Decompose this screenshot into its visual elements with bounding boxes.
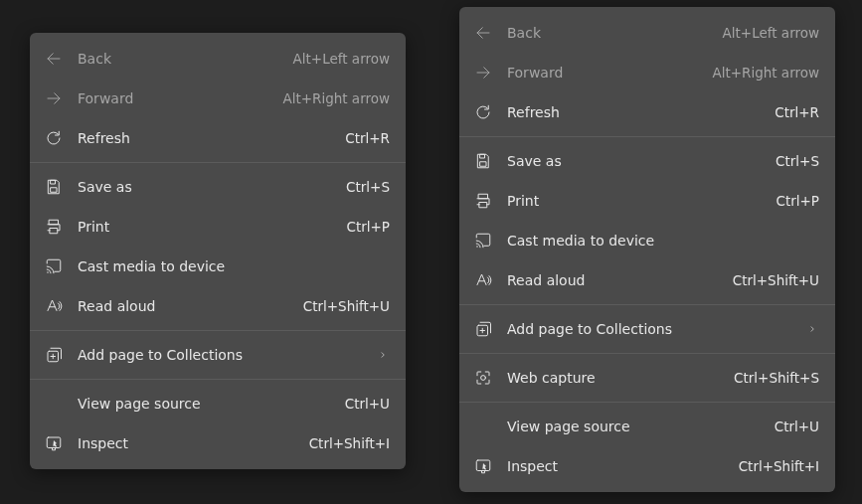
refresh-item[interactable]: RefreshCtrl+R bbox=[30, 118, 406, 158]
menu-separator bbox=[30, 162, 406, 163]
forward-item: ForwardAlt+Right arrow bbox=[30, 79, 406, 118]
arrow-left-icon bbox=[473, 23, 493, 43]
print-item[interactable]: PrintCtrl+P bbox=[459, 181, 835, 221]
arrow-right-icon bbox=[473, 63, 493, 83]
svg-point-6 bbox=[47, 271, 49, 273]
menu-item-shortcut: Ctrl+U bbox=[775, 419, 819, 434]
chevron-right-icon bbox=[805, 322, 819, 336]
menu-item-label: Cast media to device bbox=[78, 258, 390, 274]
print-item[interactable]: PrintCtrl+P bbox=[30, 207, 406, 247]
menu-item-label: Cast media to device bbox=[507, 233, 819, 249]
inspect-icon bbox=[473, 456, 493, 476]
no-icon bbox=[473, 417, 493, 436]
back-item: BackAlt+Left arrow bbox=[459, 13, 835, 53]
refresh-icon bbox=[44, 128, 64, 148]
context-menu: BackAlt+Left arrowForwardAlt+Right arrow… bbox=[459, 7, 835, 492]
forward-item: ForwardAlt+Right arrow bbox=[459, 53, 835, 92]
view-source-item[interactable]: View page sourceCtrl+U bbox=[459, 407, 835, 446]
menu-item-label: Save as bbox=[507, 153, 756, 169]
refresh-icon bbox=[473, 102, 493, 122]
cast-item[interactable]: Cast media to device bbox=[459, 221, 835, 260]
menu-separator bbox=[459, 136, 835, 137]
menu-item-label: Forward bbox=[78, 90, 262, 106]
add-collections-item[interactable]: Add page to Collections bbox=[459, 309, 835, 349]
menu-item-shortcut: Ctrl+Shift+I bbox=[739, 458, 819, 474]
svg-point-23 bbox=[481, 376, 486, 381]
svg-rect-3 bbox=[51, 188, 57, 193]
cast-icon bbox=[44, 256, 64, 276]
save-as-item[interactable]: Save asCtrl+S bbox=[459, 141, 835, 181]
svg-rect-15 bbox=[480, 162, 486, 167]
menu-item-label: Refresh bbox=[78, 130, 325, 146]
menu-item-shortcut: Alt+Right arrow bbox=[282, 90, 390, 106]
menu-item-shortcut: Alt+Left arrow bbox=[293, 51, 390, 67]
menu-item-label: Print bbox=[507, 193, 757, 209]
menu-item-label: View page source bbox=[507, 419, 755, 434]
chevron-right-icon bbox=[376, 348, 390, 362]
menu-item-shortcut: Ctrl+R bbox=[775, 104, 819, 120]
inspect-item[interactable]: InspectCtrl+Shift+I bbox=[30, 423, 406, 463]
menu-separator bbox=[459, 353, 835, 354]
collections-icon bbox=[473, 319, 493, 339]
print-icon bbox=[473, 191, 493, 211]
menu-item-shortcut: Ctrl+Shift+I bbox=[309, 435, 390, 451]
read-aloud-icon bbox=[473, 270, 493, 290]
menu-item-label: Read aloud bbox=[78, 298, 283, 314]
svg-rect-17 bbox=[479, 203, 487, 208]
menu-item-shortcut: Ctrl+U bbox=[345, 396, 390, 412]
svg-rect-16 bbox=[479, 194, 488, 199]
back-item: BackAlt+Left arrow bbox=[30, 39, 406, 79]
menu-separator bbox=[459, 402, 835, 403]
svg-rect-2 bbox=[51, 180, 56, 184]
print-icon bbox=[44, 217, 64, 237]
svg-rect-5 bbox=[50, 229, 58, 234]
menu-item-label: Add page to Collections bbox=[78, 347, 356, 363]
read-aloud-item[interactable]: Read aloudCtrl+Shift+U bbox=[459, 260, 835, 300]
menu-item-shortcut: Ctrl+S bbox=[346, 179, 390, 195]
svg-rect-4 bbox=[50, 220, 59, 225]
menu-item-label: Add page to Collections bbox=[507, 321, 785, 337]
menu-item-shortcut: Alt+Left arrow bbox=[723, 25, 819, 41]
menu-item-shortcut: Ctrl+R bbox=[345, 130, 390, 146]
menu-item-label: Refresh bbox=[507, 104, 755, 120]
menu-separator bbox=[30, 330, 406, 331]
save-as-item[interactable]: Save asCtrl+S bbox=[30, 167, 406, 207]
cast-item[interactable]: Cast media to device bbox=[30, 247, 406, 286]
menu-item-label: Forward bbox=[507, 65, 692, 81]
menu-item-label: Read aloud bbox=[507, 272, 713, 288]
web-capture-item[interactable]: Web captureCtrl+Shift+S bbox=[459, 358, 835, 398]
menu-item-shortcut: Ctrl+Shift+S bbox=[734, 370, 819, 386]
collections-icon bbox=[44, 345, 64, 365]
save-as-icon bbox=[473, 151, 493, 171]
menu-item-shortcut: Ctrl+Shift+U bbox=[303, 298, 390, 314]
web-capture-icon bbox=[473, 368, 493, 388]
save-as-icon bbox=[44, 177, 64, 197]
menu-item-label: Inspect bbox=[78, 435, 289, 451]
arrow-left-icon bbox=[44, 49, 64, 69]
menu-item-shortcut: Ctrl+Shift+U bbox=[733, 272, 819, 288]
read-aloud-icon bbox=[44, 296, 64, 316]
add-collections-item[interactable]: Add page to Collections bbox=[30, 335, 406, 375]
menu-item-label: Save as bbox=[78, 179, 326, 195]
svg-point-18 bbox=[476, 246, 478, 248]
arrow-right-icon bbox=[44, 88, 64, 108]
menu-item-label: Back bbox=[507, 25, 703, 41]
inspect-item[interactable]: InspectCtrl+Shift+I bbox=[459, 446, 835, 486]
no-icon bbox=[44, 394, 64, 414]
cast-icon bbox=[473, 231, 493, 251]
menu-item-label: View page source bbox=[78, 396, 325, 412]
menu-item-shortcut: Alt+Right arrow bbox=[712, 65, 819, 81]
context-menu: BackAlt+Left arrowForwardAlt+Right arrow… bbox=[30, 33, 406, 469]
read-aloud-item[interactable]: Read aloudCtrl+Shift+U bbox=[30, 286, 406, 326]
view-source-item[interactable]: View page sourceCtrl+U bbox=[30, 384, 406, 423]
menu-item-shortcut: Ctrl+P bbox=[347, 219, 390, 235]
menu-separator bbox=[30, 379, 406, 380]
menu-separator bbox=[459, 304, 835, 305]
refresh-item[interactable]: RefreshCtrl+R bbox=[459, 92, 835, 132]
menu-item-shortcut: Ctrl+S bbox=[776, 153, 819, 169]
inspect-icon bbox=[44, 433, 64, 453]
menu-item-label: Inspect bbox=[507, 458, 719, 474]
menu-item-label: Web capture bbox=[507, 370, 714, 386]
menu-item-label: Back bbox=[78, 51, 273, 67]
menu-item-label: Print bbox=[78, 219, 327, 235]
